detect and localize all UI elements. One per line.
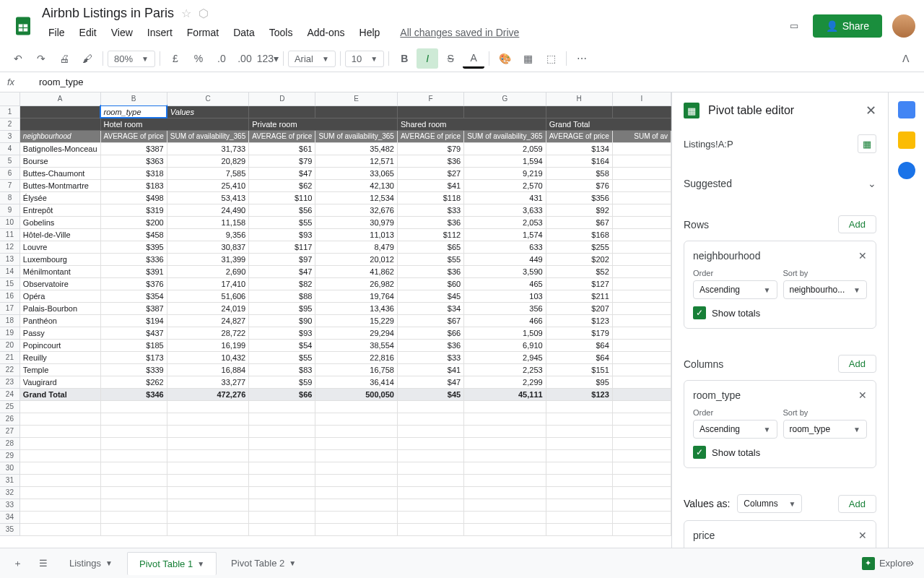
tab-pivot-1[interactable]: Pivot Table 1▼: [127, 552, 217, 575]
col-field-name: room_type: [693, 389, 741, 401]
formula-input[interactable]: room_type: [36, 74, 917, 90]
sheets-icon: ▦: [684, 103, 699, 118]
menu-data[interactable]: Data: [227, 24, 261, 41]
fx-icon[interactable]: fx: [7, 77, 36, 87]
tab-listings[interactable]: Listings▼: [58, 552, 124, 574]
pivot-editor: ▦ Pivot table editor ✕ Listings!A:P ▦ Su…: [671, 92, 888, 548]
suggested-label: Suggested: [684, 178, 732, 189]
explore-icon: ✦: [862, 557, 875, 570]
menubar: File Edit View Insert Format Data Tools …: [42, 21, 785, 46]
show-totals-label-2: Show totals: [712, 447, 760, 458]
menu-view[interactable]: View: [105, 24, 139, 41]
order-label-2: Order: [693, 408, 777, 417]
comment-icon[interactable]: ▭: [785, 17, 803, 35]
font-size-select[interactable]: 10▼: [345, 51, 384, 67]
menu-addons[interactable]: Add-ons: [300, 24, 351, 41]
sortby-label: Sort by: [783, 269, 868, 277]
merge-icon[interactable]: ⬚: [540, 48, 562, 69]
side-panel: [888, 92, 924, 548]
zoom-select[interactable]: 80%▼: [108, 51, 155, 67]
column-card: room_type✕ Order Ascending▼ Sort by room…: [684, 380, 876, 468]
increase-decimal-icon[interactable]: .00: [234, 48, 256, 69]
move-icon[interactable]: ⬡: [199, 7, 209, 20]
close-icon[interactable]: ✕: [866, 103, 876, 118]
collapse-toolbar-icon[interactable]: ᐱ: [895, 48, 917, 69]
share-button[interactable]: 👤 Share: [813, 14, 882, 38]
calendar-icon[interactable]: [898, 101, 915, 118]
share-label: Share: [842, 20, 869, 32]
currency-icon[interactable]: £: [165, 48, 186, 69]
menu-insert[interactable]: Insert: [141, 24, 179, 41]
more-icon[interactable]: ⋯: [571, 48, 593, 69]
font-select[interactable]: Arial▼: [288, 51, 336, 67]
order-label: Order: [693, 269, 777, 277]
rows-label: Rows: [684, 219, 709, 230]
spreadsheet-grid[interactable]: ABCDEFGHI1room_typeValues2Hotel roomPriv…: [0, 92, 671, 536]
more-formats-icon[interactable]: 123▾: [257, 48, 279, 69]
avatar[interactable]: [892, 14, 915, 38]
menu-file[interactable]: File: [42, 24, 71, 41]
remove-col-icon[interactable]: ✕: [858, 389, 867, 401]
borders-icon[interactable]: ▦: [517, 48, 539, 69]
row-field-name: neighbourhood: [693, 250, 760, 262]
italic-icon[interactable]: I: [417, 48, 438, 69]
menu-tools[interactable]: Tools: [263, 24, 300, 41]
keep-icon[interactable]: [898, 131, 915, 149]
col-show-totals-checkbox[interactable]: ✓: [693, 446, 706, 459]
tasks-icon[interactable]: [898, 162, 915, 179]
person-icon: 👤: [826, 20, 838, 32]
all-sheets-button[interactable]: ☰: [32, 552, 55, 575]
col-order-select[interactable]: Ascending▼: [693, 420, 777, 439]
add-sheet-button[interactable]: ＋: [6, 552, 29, 575]
menu-help[interactable]: Help: [353, 24, 387, 41]
row-card: neighbourhood✕ Order Ascending▼ Sort by …: [684, 241, 876, 329]
menu-format[interactable]: Format: [180, 24, 225, 41]
strike-icon[interactable]: S: [440, 48, 461, 69]
explore-button[interactable]: ✦ Explore: [855, 553, 918, 574]
add-column-button[interactable]: Add: [838, 355, 876, 373]
paint-format-icon[interactable]: 🖌: [77, 48, 98, 69]
row-show-totals-checkbox[interactable]: ✓: [693, 306, 706, 319]
columns-label: Columns: [684, 358, 723, 370]
undo-icon[interactable]: ↶: [7, 48, 29, 69]
menu-edit[interactable]: Edit: [73, 24, 103, 41]
print-icon[interactable]: 🖨: [53, 48, 75, 69]
row-sortby-select[interactable]: neighbourho...▼: [783, 280, 868, 299]
value-card: price✕ Summarize by AVERAGE▼ Show as Def…: [684, 520, 876, 548]
decrease-decimal-icon[interactable]: .0: [211, 48, 232, 69]
show-totals-label: Show totals: [712, 308, 760, 319]
percent-icon[interactable]: %: [188, 48, 209, 69]
bold-icon[interactable]: B: [393, 48, 415, 69]
chevron-down-icon[interactable]: ⌄: [868, 178, 876, 189]
editor-title: Pivot table editor: [708, 104, 857, 117]
value-field-name: price: [693, 530, 715, 541]
star-icon[interactable]: ☆: [181, 7, 191, 20]
add-value-button[interactable]: Add: [838, 495, 876, 513]
range-input[interactable]: Listings!A:P: [684, 139, 852, 150]
show-side-panel-icon[interactable]: ›: [910, 556, 914, 569]
redo-icon[interactable]: ↷: [30, 48, 52, 69]
remove-value-icon[interactable]: ✕: [858, 530, 867, 541]
add-row-button[interactable]: Add: [838, 215, 876, 233]
tab-pivot-2[interactable]: Pivot Table 2▼: [219, 552, 308, 574]
select-range-icon[interactable]: ▦: [858, 134, 876, 153]
row-order-select[interactable]: Ascending▼: [693, 280, 777, 299]
text-color-icon[interactable]: A: [463, 48, 484, 69]
remove-row-icon[interactable]: ✕: [858, 250, 867, 262]
col-sortby-select[interactable]: room_type▼: [783, 420, 868, 439]
save-status[interactable]: All changes saved in Drive: [393, 24, 526, 41]
sheets-logo[interactable]: [9, 12, 38, 40]
doc-title[interactable]: Airbnb Listings in Paris: [42, 6, 174, 21]
values-as-label: Values as:: [684, 498, 730, 509]
values-as-select[interactable]: Columns▼: [737, 494, 802, 513]
sortby-label-2: Sort by: [783, 408, 868, 417]
fill-color-icon[interactable]: 🎨: [494, 48, 515, 69]
